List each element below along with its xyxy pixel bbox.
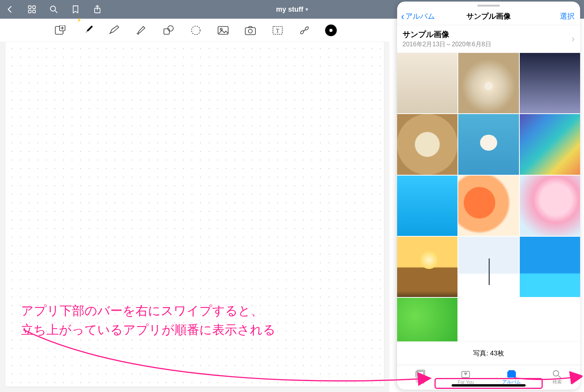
photos-header: ‹ アルバム サンプル画像 選択 bbox=[397, 7, 580, 25]
search-icon bbox=[552, 369, 562, 378]
svg-rect-0 bbox=[28, 6, 31, 9]
annotation-text: アプリ下部のバーを右にスワイプすると、 立ち上がっているアプリが順番に表示される bbox=[21, 301, 276, 340]
photo-thumbnail[interactable] bbox=[458, 53, 519, 113]
shapes-tool-icon[interactable] bbox=[162, 23, 176, 37]
photo-thumbnail[interactable] bbox=[520, 53, 580, 113]
album-header-text: サンプル画像 2016年2月13日～2020年6月8日 bbox=[403, 29, 491, 49]
highlighter-tool-icon[interactable] bbox=[107, 23, 121, 37]
search-icon[interactable] bbox=[48, 4, 59, 15]
svg-point-12 bbox=[168, 26, 173, 31]
back-icon[interactable] bbox=[5, 4, 16, 15]
svg-line-29 bbox=[558, 376, 561, 378]
annotation-line1: アプリ下部のバーを右にスワイプすると、 bbox=[21, 301, 276, 321]
album-dates: 2016年2月13日～2020年6月8日 bbox=[403, 40, 491, 49]
svg-line-22 bbox=[303, 30, 306, 31]
photo-thumbnail[interactable] bbox=[520, 176, 580, 236]
photos-slideover-panel: ‹ アルバム サンプル画像 選択 サンプル画像 2016年2月13日～2020年… bbox=[397, 2, 580, 390]
lasso-tool-icon[interactable] bbox=[189, 23, 203, 37]
bookmark-icon[interactable] bbox=[70, 4, 81, 15]
photo-thumbnail[interactable] bbox=[397, 53, 457, 113]
photo-thumbnail[interactable] bbox=[458, 237, 519, 297]
tab-search[interactable]: 検索 bbox=[535, 365, 580, 390]
share-icon[interactable] bbox=[92, 4, 103, 15]
foryou-icon bbox=[461, 370, 471, 379]
topbar-left-group bbox=[5, 4, 103, 15]
photos-title: サンプル画像 bbox=[466, 11, 511, 21]
svg-rect-27 bbox=[508, 370, 515, 371]
tab-label: 写真 bbox=[415, 379, 425, 385]
svg-rect-11 bbox=[164, 29, 169, 34]
photo-thumbnail[interactable] bbox=[397, 298, 457, 341]
document-title[interactable]: my stuff ▾ bbox=[276, 5, 308, 14]
photo-thumbnail[interactable] bbox=[397, 114, 457, 174]
camera-tool-icon[interactable] bbox=[243, 23, 257, 37]
drag-grabber[interactable] bbox=[477, 5, 500, 7]
photos-icon bbox=[415, 369, 425, 378]
bluetooth-icon: ⚡ bbox=[77, 18, 81, 22]
album-header-row[interactable]: サンプル画像 2016年2月13日～2020年6月8日 › bbox=[397, 25, 580, 53]
image-tool-icon[interactable] bbox=[216, 23, 230, 37]
home-indicator-bar[interactable] bbox=[452, 384, 526, 387]
photo-thumbnail[interactable] bbox=[397, 237, 457, 297]
brush-tool-icon[interactable] bbox=[134, 23, 148, 37]
insert-tool-icon[interactable] bbox=[53, 23, 67, 37]
svg-point-28 bbox=[553, 371, 559, 376]
photo-grid bbox=[397, 53, 580, 341]
svg-text:T: T bbox=[276, 28, 280, 34]
annotation-line2: 立ち上がっているアプリが順番に表示される bbox=[21, 320, 276, 340]
link-tool-icon[interactable] bbox=[298, 23, 312, 37]
grid-icon[interactable] bbox=[26, 4, 37, 15]
svg-point-17 bbox=[248, 29, 252, 33]
albums-icon bbox=[507, 369, 517, 378]
svg-rect-1 bbox=[33, 6, 35, 9]
svg-rect-3 bbox=[33, 10, 35, 13]
svg-point-15 bbox=[220, 28, 222, 30]
back-to-albums-button[interactable]: ‹ アルバム bbox=[401, 11, 435, 21]
color-swatch-inner bbox=[329, 29, 332, 32]
album-name: サンプル画像 bbox=[403, 29, 491, 40]
color-picker-button[interactable] bbox=[325, 25, 337, 36]
svg-rect-2 bbox=[28, 10, 31, 13]
photo-thumbnail[interactable] bbox=[458, 176, 519, 236]
svg-line-5 bbox=[55, 11, 58, 13]
select-button[interactable]: 選択 bbox=[560, 11, 575, 21]
photo-thumbnail[interactable] bbox=[520, 114, 580, 174]
svg-rect-26 bbox=[507, 371, 516, 378]
pen-tool-icon[interactable]: ⚡ bbox=[80, 23, 94, 37]
photo-count: 写真: 43枚 bbox=[397, 341, 580, 365]
svg-rect-16 bbox=[245, 28, 255, 35]
photo-thumbnail[interactable] bbox=[397, 176, 457, 236]
tab-label: 検索 bbox=[552, 379, 562, 385]
document-title-text: my stuff bbox=[276, 5, 303, 14]
photo-thumbnail[interactable] bbox=[520, 237, 580, 297]
chevron-down-icon: ▾ bbox=[306, 7, 308, 12]
back-label: アルバム bbox=[405, 11, 435, 21]
tab-photos[interactable]: 写真 bbox=[397, 365, 443, 390]
svg-point-4 bbox=[51, 6, 56, 11]
chevron-right-icon: › bbox=[572, 33, 575, 44]
tool-row: ⚡ T bbox=[0, 19, 389, 42]
svg-point-13 bbox=[192, 26, 200, 35]
photo-thumbnail[interactable] bbox=[458, 114, 519, 174]
text-tool-icon[interactable]: T bbox=[271, 23, 285, 37]
